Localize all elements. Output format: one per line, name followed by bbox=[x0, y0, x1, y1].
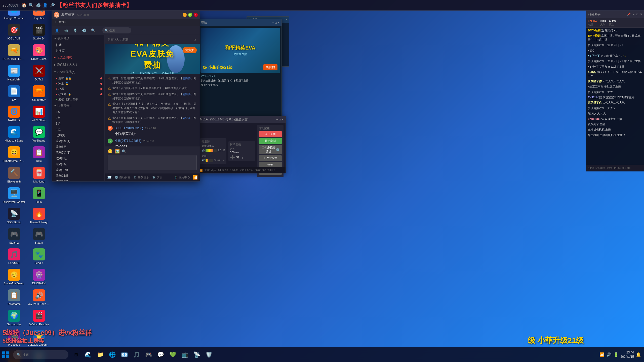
scroll-up-icon[interactable]: ▲ bbox=[194, 38, 197, 41]
sidebar-item-chiji10[interactable]: 吃鸡10组 bbox=[52, 167, 104, 173]
sidebar-item-chiji12[interactable]: 吃鸡12组 bbox=[52, 179, 104, 181]
chat-search[interactable]: 🔍 bbox=[102, 27, 131, 33]
taskbar-taskview[interactable]: ⊞ bbox=[70, 349, 82, 360]
sidebar-s20[interactable]: ▼ S20大作战(5) bbox=[52, 68, 104, 76]
sidebar-item-shishi[interactable]: 时实室 bbox=[52, 48, 104, 54]
close-icon[interactable]: × bbox=[640, 13, 642, 16]
desktop-icon-duvske[interactable]: 🎵 DUVSKE bbox=[2, 247, 26, 266]
desktop-icon-smilemoe[interactable]: 😊 SmileMoe Demo bbox=[2, 267, 26, 287]
search-icon[interactable]: 🔍 bbox=[29, 3, 34, 8]
game-window2-close[interactable]: × bbox=[286, 18, 288, 21]
nested-close[interactable]: × bbox=[278, 21, 279, 24]
desktop-icon-firewall[interactable]: 🔥 Firewall Proxy bbox=[27, 206, 51, 225]
desktop-icon-weshame[interactable]: 💬 WeShame bbox=[27, 124, 51, 144]
desktop-icon-majilong[interactable]: 🀄 MaJilong bbox=[27, 165, 51, 185]
taskbar-network-icon[interactable]: 📶 bbox=[599, 352, 605, 357]
taskbar-qq[interactable]: 💬 bbox=[155, 349, 166, 360]
send-icon[interactable]: 📨 bbox=[107, 175, 112, 180]
desktop-icon-studio[interactable]: 🎬 Studio 64 bbox=[27, 22, 51, 42]
desktop-icon-supermeme[interactable]: 😄 SuperMeme Together bbox=[2, 145, 26, 164]
desktop-icon-wps[interactable]: 📊 WPS Office bbox=[27, 104, 51, 123]
sidebar-item-chiji5[interactable]: 吃鸡5组(1) bbox=[52, 138, 104, 144]
minimize-button[interactable]: − bbox=[183, 13, 187, 17]
taskbar-antivirus[interactable]: 🛡️ bbox=[203, 349, 214, 360]
minimize-icon[interactable]: − bbox=[633, 13, 634, 16]
desktop-icon-pubg[interactable]: 🔫 PUBG BATTLEGROUNDS bbox=[2, 43, 26, 62]
desktop-icon-soundmod[interactable]: 🔊 Yay Lv III SoundMod bbox=[27, 288, 51, 307]
desktop-icon-cv[interactable]: 📄 CV bbox=[2, 84, 26, 103]
taskbar-obs2[interactable]: 📡 bbox=[191, 349, 202, 360]
sidebar-item-chiji6[interactable]: 吃鸡6组 bbox=[52, 144, 104, 150]
desktop-icon-newsmam[interactable]: 📰 NewsMaM bbox=[2, 63, 26, 83]
sidebar-user-xiaole[interactable]: ● 小乐 bbox=[52, 86, 104, 92]
desktop-icon-obs[interactable]: 📡 OBS Studio bbox=[2, 206, 26, 225]
obs-add-icon[interactable]: ➕ bbox=[230, 155, 235, 160]
sidebar-item-chiji11[interactable]: 吃鸡11组 bbox=[52, 173, 104, 179]
taskbar-notify-icon[interactable]: 🔔 bbox=[636, 352, 641, 357]
taskbar-edge[interactable]: 🌊 bbox=[83, 349, 94, 360]
maximize-icon[interactable]: □ bbox=[636, 13, 638, 16]
sidebar-item-group4[interactable]: 4组 bbox=[52, 127, 104, 132]
sidebar-item-chiji8[interactable]: 吃鸡8组 bbox=[52, 156, 104, 161]
music-btn[interactable]: 🎵 播放音乐 bbox=[133, 175, 149, 179]
sidebar-user-chaoju[interactable]: ● 超球 🏅🏅 bbox=[52, 76, 104, 81]
taskbar-yy[interactable]: 📺 bbox=[179, 349, 190, 360]
obs-close-btn[interactable]: × bbox=[282, 118, 284, 121]
desktop-icon-displaymix[interactable]: 🖥️ DisplayMix Center bbox=[2, 186, 26, 205]
sidebar-item-group2[interactable]: 2组 bbox=[52, 115, 104, 121]
desktop-icon-dota2[interactable]: ⚔️ DoTa2 bbox=[27, 63, 51, 83]
obs-maximize-btn[interactable]: □ bbox=[279, 118, 281, 121]
chat-input-box[interactable] bbox=[108, 155, 197, 170]
sidebar-lovetest[interactable]: ▶ 恋爱会测试 bbox=[52, 54, 104, 61]
toolbar-settings-icon[interactable]: ⚙️ bbox=[81, 27, 87, 33]
person-icon[interactable]: 👤 bbox=[43, 3, 48, 8]
maximize-button[interactable]: □ bbox=[188, 13, 192, 17]
desktop-icon-feedit[interactable]: 🐾 Feed It bbox=[27, 247, 51, 266]
taskbar-mail[interactable]: 📧 bbox=[119, 349, 130, 360]
taskbar-clock[interactable]: 23:44 2024/1/15 bbox=[621, 350, 634, 359]
sidebar-item-chiji7[interactable]: 吃鸡7组(1) bbox=[52, 150, 104, 156]
desktop-icon-drawguess[interactable]: 🎨 Draw Guess bbox=[27, 43, 51, 62]
taskbar-search[interactable]: 🔍 bbox=[13, 350, 68, 359]
taskbar-spotify[interactable]: 🎵 bbox=[131, 349, 142, 360]
taskbar-explorer[interactable]: 📁 bbox=[95, 349, 106, 360]
sidebar-user-maixu[interactable]: ● 麦叙 老机，带带 bbox=[52, 97, 104, 102]
sidebar-item-group1[interactable]: 1组 bbox=[52, 109, 104, 115]
obs-virtual-cam-btn[interactable]: 启动虚拟摄像机 ⚙️ bbox=[259, 145, 282, 154]
app-center-btn[interactable]: 📱 应用中心 bbox=[174, 175, 190, 179]
desktop-icon-ioguame[interactable]: 🎯 IOGUAME bbox=[2, 22, 26, 42]
desktop-icon-steam2[interactable]: 🎮 Steam bbox=[27, 227, 51, 246]
taskbar-chrome[interactable]: 🌐 bbox=[107, 349, 118, 360]
desktop-icon-blacksmith[interactable]: 🔨 Blacksmith bbox=[2, 165, 26, 185]
toolbar-person-icon[interactable]: 👤 bbox=[54, 27, 60, 33]
pin-icon[interactable]: 📌 bbox=[627, 13, 631, 16]
desktop-icon-counter[interactable]: 🔫 CounterStr bbox=[27, 84, 51, 103]
zoom-in-icon[interactable]: 🔍 bbox=[122, 149, 126, 153]
obs-start-record-btn[interactable]: 开始录制 bbox=[259, 138, 282, 144]
sidebar-item-dashuishi[interactable]: 打水 bbox=[52, 42, 104, 48]
desktop-icon-rule[interactable]: 📋 Rule bbox=[27, 145, 51, 164]
chat-search-input[interactable] bbox=[109, 29, 129, 32]
emoji-icon[interactable]: 😊 bbox=[108, 149, 113, 154]
sidebar-user-chongliang[interactable]: ● 冲量 🏅 bbox=[52, 81, 104, 86]
desktop-icon-duopark[interactable]: 🎡 DUOPARK bbox=[27, 267, 51, 287]
desktop-icon-naruto[interactable]: 🌀 NARUTO bbox=[2, 104, 26, 123]
sidebar-mode-section[interactable]: ▼ 快乐马场 bbox=[52, 35, 104, 42]
menu-help[interactable]: H(帮助) bbox=[53, 20, 68, 25]
taskbar-volume-icon[interactable]: 🔊 bbox=[607, 352, 612, 357]
sidebar-match[interactable]: ▼ 比赛预告！ bbox=[52, 102, 104, 109]
auto-reply-btn[interactable]: ⚙️ 自动发言 bbox=[115, 175, 130, 179]
settings-icon[interactable]: ⚙️ bbox=[36, 3, 41, 8]
taskbar-battery-icon[interactable]: 🔋 bbox=[614, 352, 619, 357]
desktop-icon-taskmame[interactable]: 📋 TaskMame bbox=[2, 288, 26, 307]
toolbar-mic-icon[interactable]: 🎙️ bbox=[72, 27, 78, 33]
obs-work-mode-btn[interactable]: 工作室模式 bbox=[259, 155, 282, 161]
sidebar-item-group3[interactable]: 3组 bbox=[52, 121, 104, 127]
desktop-icon-200k[interactable]: 📱 200K bbox=[27, 186, 51, 205]
desktop-icon-edge[interactable]: 🌊 Microsoft Edge bbox=[2, 124, 26, 144]
record-btn[interactable]: 🎙️ 录音 bbox=[152, 175, 162, 179]
start-button[interactable] bbox=[0, 349, 11, 360]
close-button[interactable]: × bbox=[194, 13, 198, 17]
search2-icon[interactable]: 🔎 bbox=[50, 3, 55, 8]
desktop-icon-secondlife[interactable]: 🌍 SecondLife bbox=[2, 308, 26, 328]
